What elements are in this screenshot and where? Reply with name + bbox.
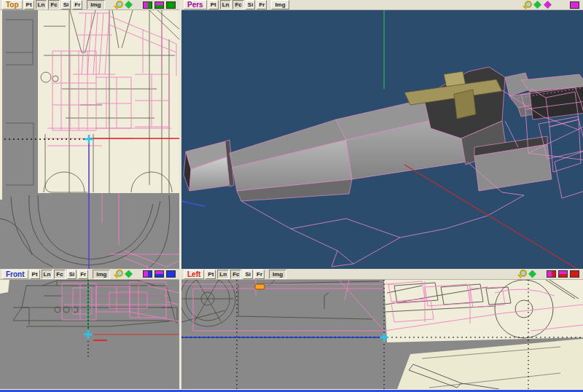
pan-icon[interactable]	[528, 270, 536, 278]
left-view-toolbar: Left Pt Ln Fc Si Fr Img	[181, 269, 583, 280]
left-view-button-fc[interactable]: Fc	[230, 270, 241, 279]
split-tb-icon[interactable]	[558, 270, 568, 278]
pers-view-toolbar: Pers Pt Ln Fc Si Fr Img	[181, 0, 583, 10]
blueprint-corner-front	[0, 280, 9, 294]
top-view-button-img[interactable]: Img	[87, 0, 104, 9]
top-view-button-si[interactable]: Si	[61, 0, 71, 9]
pers-view-button-fr[interactable]: Fr	[257, 0, 267, 9]
pers-view-button-si[interactable]: Si	[246, 0, 256, 9]
left-view-button-fr[interactable]: Fr	[254, 270, 265, 279]
blueprint-image-top	[38, 10, 179, 193]
front-view-button-ln[interactable]: Ln	[42, 270, 53, 279]
pers-view-button-img[interactable]: Img	[271, 0, 289, 9]
top-view-button-ln[interactable]: Ln	[36, 0, 47, 9]
split-lr-icon[interactable]	[143, 270, 152, 278]
top-view-canvas[interactable]	[0, 10, 179, 269]
zoom-icon[interactable]	[517, 270, 526, 278]
front-view-button-fc[interactable]: Fc	[54, 270, 65, 279]
left-view-button-pt[interactable]: Pt	[206, 270, 216, 279]
solid-square-icon[interactable]	[570, 1, 579, 9]
zoom-icon[interactable]	[114, 270, 122, 278]
split-lr-icon[interactable]	[547, 270, 556, 278]
top-view-toolbar: Top Pt Ln Fc Si Fr Img	[0, 0, 179, 10]
solid-square-icon[interactable]	[166, 1, 176, 9]
pan-icon[interactable]	[125, 1, 133, 9]
front-view-button-img[interactable]: Img	[93, 270, 110, 279]
front-view-button-pt[interactable]: Pt	[30, 270, 40, 279]
left-view-button-ln[interactable]: Ln	[217, 270, 229, 279]
split-tb-icon[interactable]	[154, 270, 164, 278]
pers-view-button-ln[interactable]: Ln	[220, 0, 232, 9]
left-view-icon-group	[517, 270, 579, 278]
pers-view-label[interactable]: Pers	[184, 0, 207, 9]
split-lr-icon[interactable]	[143, 1, 152, 9]
top-view-button-pt[interactable]: Pt	[24, 0, 34, 9]
front-view-label[interactable]: Front	[2, 270, 28, 279]
pers-view-canvas[interactable]	[181, 10, 583, 269]
zoom-icon[interactable]	[114, 1, 122, 9]
pers-view-button-pt[interactable]: Pt	[208, 0, 219, 9]
left-view-label[interactable]: Left	[184, 270, 204, 279]
front-view-toolbar: Front Pt Ln Fc Si Fr Img	[0, 269, 179, 280]
front-view-icon-group	[114, 270, 176, 278]
viewport-left: Left Pt Ln Fc Si Fr Img	[181, 269, 583, 389]
pan-icon[interactable]	[125, 270, 133, 278]
top-view-button-fc[interactable]: Fc	[48, 0, 59, 9]
top-view-label[interactable]: Top	[2, 0, 23, 9]
front-view-button-fr[interactable]: Fr	[78, 270, 88, 279]
pan-magenta-icon[interactable]	[544, 1, 552, 9]
front-view-canvas[interactable]	[0, 280, 179, 389]
modeler-window: Top Pt Ln Fc Si Fr Img	[0, 0, 583, 392]
split-tb-icon[interactable]	[154, 1, 164, 9]
left-view-button-img[interactable]: Img	[269, 270, 286, 279]
viewport-divider-vertical[interactable]	[179, 0, 181, 389]
left-view-button-si[interactable]: Si	[243, 270, 253, 279]
top-view-button-fr[interactable]: Fr	[72, 0, 82, 9]
zoom-icon[interactable]	[523, 1, 531, 9]
pan-icon[interactable]	[533, 1, 541, 9]
viewport-front: Front Pt Ln Fc Si Fr Img	[0, 269, 179, 389]
viewport-top: Top Pt Ln Fc Si Fr Img	[0, 0, 179, 269]
solid-square-icon[interactable]	[570, 270, 579, 278]
pers-view-icon-group	[523, 1, 579, 9]
front-view-button-si[interactable]: Si	[67, 270, 77, 279]
top-view-icon-group	[114, 1, 176, 9]
solid-square-icon[interactable]	[166, 270, 176, 278]
left-view-canvas[interactable]	[181, 280, 583, 389]
pers-view-button-fc[interactable]: Fc	[232, 0, 243, 9]
image-handle-orange[interactable]	[255, 284, 265, 289]
viewport-pers: Pers Pt Ln Fc Si Fr Img	[181, 0, 583, 269]
